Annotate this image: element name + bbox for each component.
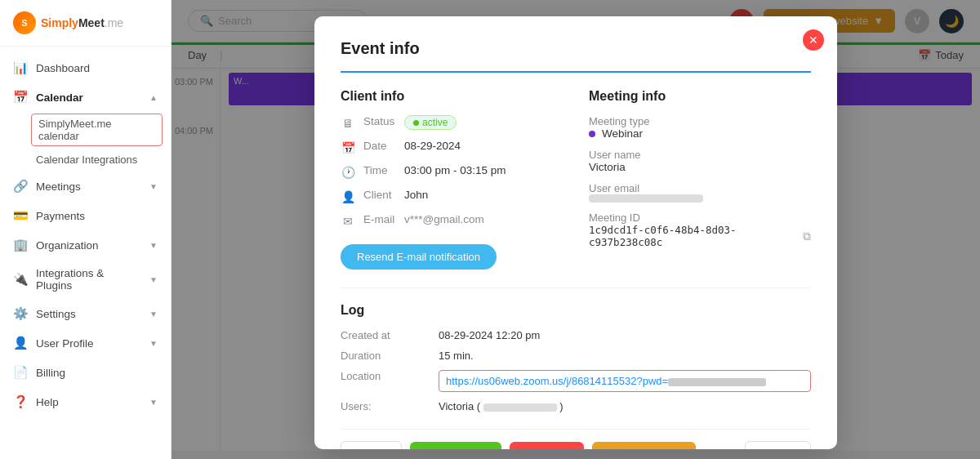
cancel-btn-label: ✕ Cancel — [524, 448, 569, 449]
date-label: Date — [363, 140, 396, 152]
calendar-icon: 📅 — [13, 90, 28, 105]
sidebar-item-calendar[interactable]: 📅 Calendar ▲ — [0, 82, 171, 112]
meeting-id-label: Meeting ID — [589, 212, 640, 224]
log-created-at-row: Created at 08-29-2024 12:20 pm — [341, 329, 811, 341]
log-users-label: Users: — [341, 400, 439, 412]
modal-title: Event info — [341, 39, 811, 58]
location-box: https://us06web.zoom.us/j/86814115532?pw… — [439, 370, 811, 392]
location-link[interactable]: https://us06web.zoom.us/j/86814115532?pw… — [446, 375, 668, 387]
status-icon: 🖥 — [341, 116, 355, 131]
client-value: John — [404, 189, 428, 201]
settings-icon: ⚙️ — [13, 306, 28, 321]
client-label: Client — [363, 189, 396, 201]
chevron-down-icon: ▼ — [786, 448, 797, 449]
sub-item-label: SimplyMeet.me calendar — [38, 118, 112, 142]
meetings-icon: 🔗 — [13, 179, 28, 194]
log-section: Log Created at 08-29-2024 12:20 pm Durat… — [341, 287, 811, 412]
more-btn-label: More — [759, 448, 783, 449]
more-button[interactable]: More ▼ — [745, 441, 812, 449]
integrations-icon: 🔌 — [13, 272, 28, 287]
modal-close-button[interactable]: ✕ — [803, 29, 824, 51]
invite-more-button[interactable]: + Invite more — [410, 442, 501, 449]
client-info-section: Client info 🖥 Status active 📅 Date 08-29… — [341, 89, 563, 270]
sidebar-item-help[interactable]: ❓ Help ▼ — [0, 387, 171, 417]
status-dot — [413, 120, 419, 126]
chevron-down-icon: ▼ — [149, 310, 158, 319]
log-users-row: Users: Victoria ( ) — [341, 400, 811, 412]
logo-text: SimplyMeet.me — [41, 16, 123, 29]
billing-icon: 📄 — [13, 365, 28, 380]
status-value: active — [422, 117, 448, 128]
sidebar-item-label: Organization — [36, 239, 99, 252]
log-location-row: Location https://us06web.zoom.us/j/86814… — [341, 370, 811, 392]
status-label: Status — [363, 115, 396, 127]
date-value: 08-29-2024 — [404, 140, 461, 152]
sidebar: S SimplyMeet.me 📊 Dashboard 📅 Calendar ▲… — [0, 0, 172, 459]
sidebar-item-label: Calendar — [36, 91, 83, 104]
chevron-up-icon: ▲ — [149, 93, 158, 102]
log-duration-label: Duration — [341, 350, 439, 362]
client-info-title: Client info — [341, 89, 563, 104]
time-row: 🕐 Time 03:00 pm - 03:15 pm — [341, 164, 563, 180]
chevron-down-icon: ▼ — [149, 398, 158, 407]
copy-icon[interactable]: ⧉ — [803, 230, 811, 243]
log-users-value: Victoria ( ) — [439, 400, 811, 412]
reschedule-button[interactable]: 🔄 Reschedule — [592, 442, 696, 449]
resend-email-button[interactable]: Resend E-mail notification — [341, 244, 497, 270]
modal-overlay: ✕ Event info Client info 🖥 Status active — [172, 0, 980, 459]
sidebar-item-label: Meetings — [36, 180, 81, 193]
username-row: User name Victoria — [589, 149, 811, 173]
meeting-type-text: Webinar — [602, 127, 643, 140]
log-created-at-label: Created at — [341, 329, 439, 341]
sidebar-item-label: Help — [36, 396, 59, 408]
invite-btn-label: + Invite more — [425, 448, 487, 449]
users-text: Victoria ( — [439, 400, 480, 412]
user-email-value — [589, 194, 811, 203]
logo: S SimplyMeet.me — [0, 0, 171, 47]
chevron-down-icon: ▼ — [149, 241, 158, 250]
email-icon: ✉ — [341, 214, 355, 229]
user-email-label: User email — [589, 182, 639, 194]
sidebar-item-label: User Profile — [36, 337, 94, 350]
sidebar-item-simplymeet-calendar[interactable]: SimplyMeet.me calendar — [31, 114, 163, 146]
modal-body: Client info 🖥 Status active 📅 Date 08-29… — [341, 89, 811, 270]
reschedule-btn-label: Reschedule — [625, 448, 681, 449]
logo-icon: S — [13, 11, 36, 34]
person-icon: 👤 — [341, 189, 355, 204]
sidebar-item-dashboard[interactable]: 📊 Dashboard — [0, 53, 171, 82]
user-email-row: User email — [589, 182, 811, 203]
email-label: E-mail — [363, 213, 396, 225]
sidebar-item-organization[interactable]: 🏢 Organization ▼ — [0, 230, 171, 260]
dashboard-icon: 📊 — [13, 60, 28, 75]
chevron-down-icon: ▼ — [149, 275, 158, 284]
sub-item-label: Calendar Integrations — [36, 154, 137, 166]
sidebar-item-label: Integrations & Plugins — [36, 267, 141, 292]
close-icon: ✕ — [808, 33, 818, 47]
close-button[interactable]: Close — [341, 441, 402, 449]
sidebar-item-integrations[interactable]: 🔌 Integrations & Plugins ▼ — [0, 260, 171, 299]
main-content: 🔍 Search 1 My booking website ▼ V 🌙 Day … — [172, 0, 980, 459]
sidebar-item-settings[interactable]: ⚙️ Settings ▼ — [0, 299, 171, 328]
cancel-button[interactable]: ✕ Cancel — [510, 442, 584, 449]
meeting-type-row: Meeting type Webinar — [589, 115, 811, 140]
calendar-small-icon: 📅 — [341, 140, 355, 155]
sidebar-item-payments[interactable]: 💳 Payments — [0, 201, 171, 230]
sidebar-item-billing[interactable]: 📄 Billing — [0, 358, 171, 387]
status-row: 🖥 Status active — [341, 115, 563, 131]
meeting-type-label: Meeting type — [589, 115, 649, 127]
sidebar-item-meetings[interactable]: 🔗 Meetings ▼ — [0, 172, 171, 201]
sidebar-item-user-profile[interactable]: 👤 User Profile ▼ — [0, 328, 171, 358]
sidebar-item-label: Settings — [36, 308, 76, 320]
sidebar-item-calendar-integrations[interactable]: Calendar Integrations — [0, 148, 171, 172]
chevron-down-icon: ▼ — [149, 339, 158, 348]
log-location-value: https://us06web.zoom.us/j/86814115532?pw… — [439, 370, 811, 392]
email-value: v***@gmail.com — [404, 213, 484, 225]
pwd-redacted — [668, 378, 766, 386]
users-redacted — [483, 403, 557, 412]
modal-divider — [341, 71, 811, 73]
log-table: Created at 08-29-2024 12:20 pm Duration … — [341, 329, 811, 412]
organization-icon: 🏢 — [13, 238, 28, 252]
meeting-id-value: 1c9dcd1f-c0f6-48b4-8d03-c937b238c08c ⧉ — [589, 224, 811, 248]
log-duration-row: Duration 15 min. — [341, 350, 811, 362]
help-icon: ❓ — [13, 394, 28, 409]
